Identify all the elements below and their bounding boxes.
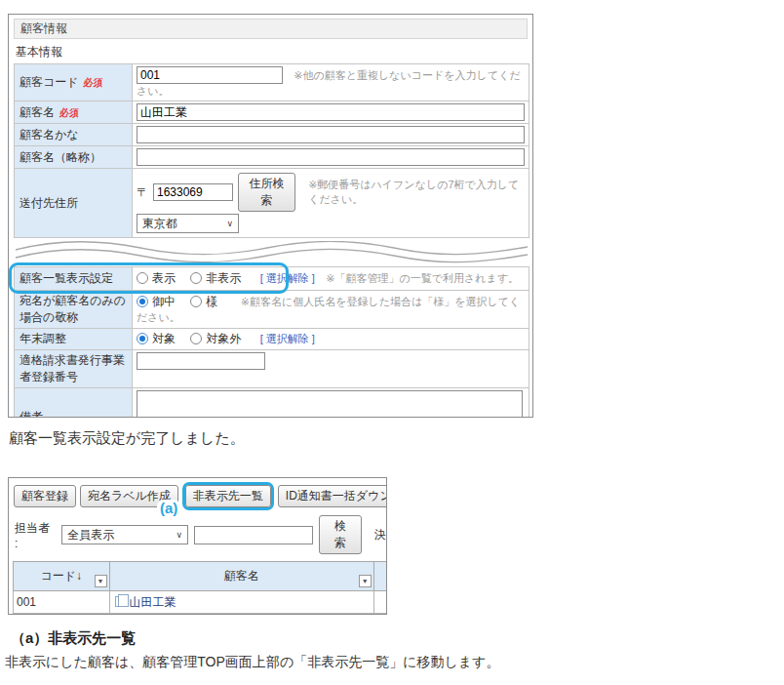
table-row: 顧客名（略称） [15,146,529,169]
radio-display-on[interactable] [137,272,148,284]
field-label-honorific: 宛名が顧客名のみの場合の敬称 [15,291,133,329]
clear-selection-link[interactable]: [ 選択解除 ] [260,272,315,284]
radio-not-target[interactable] [190,333,202,344]
completion-message: 顧客一覧表示設定が完了しました。 [9,429,245,448]
required-badge: 必須 [59,107,79,118]
id-notice-download-button[interactable]: ID通知書一括ダウンロード [278,485,387,507]
radio-label: 御中 [152,295,176,308]
table-row: 備考 [15,388,529,419]
filter-dropdown-button[interactable]: ▼ [359,575,372,587]
customer-info-screenshot: 顧客情報 基本情報 顧客コード必須 ※他の顧客と重複しないコードを入力してくださ… [8,14,533,418]
column-header-code: コード↓ ▼ [14,562,110,591]
customer-name-link[interactable]: 山田工業 [130,595,176,609]
field-label-display-setting: 顧客一覧表示設定 [15,267,133,291]
caption-heading: （a）非表示先一覧 [11,629,136,648]
postal-code-input[interactable] [153,183,233,201]
chevron-down-icon: ∨ [226,219,233,228]
column-header-name: 顧客名 ▼ [109,562,373,591]
radio-label: 対象外 [206,332,241,345]
cell-board [373,591,387,614]
caption-body: 非表示にした顧客は、顧客管理TOP画面上部の「非表示先一覧」に移動します。 [5,654,499,671]
radio-label: 表示 [152,271,176,285]
cell-name: 山田工業 [109,591,373,614]
filter-dropdown-icon: ▼ [98,578,104,584]
copy-icon [115,596,124,607]
table-row: 適格請求書発行事業者登録番号 [15,350,529,388]
address-search-button[interactable]: 住所検索 [238,173,295,212]
hidden-list-button[interactable]: 非表示先一覧 [185,485,271,507]
highlight-box-hidden-list: 非表示先一覧 [182,482,274,510]
chevron-down-icon: ∨ [176,530,183,540]
cut-wave-decoration [14,241,529,264]
customer-code-input[interactable] [137,66,283,84]
sort-desc-icon: ↓ [76,569,82,583]
column-header-board: 集約 ﾎﾞｰﾄﾞ [373,562,387,591]
table-row: 顧客一覧表示設定 表示 非表示 [ 選択解除 ] ※「顧客管理」の一覧で利用され… [15,267,529,291]
radio-label: 対象 [152,332,176,345]
filter-dropdown-button[interactable]: ▼ [95,575,107,587]
radio-display-off[interactable] [190,272,202,284]
table-row: 顧客コード必須 ※他の顧客と重複しないコードを入力してください。 [15,64,529,101]
radio-onchu[interactable] [137,296,148,307]
field-label-customer-abbr: 顧客名（略称） [15,146,133,169]
invoice-number-input[interactable] [137,352,265,370]
prefecture-select[interactable]: 東京都 ∨ [137,214,239,233]
annotation-a: (a) [157,500,180,516]
table-row: 顧客名必須 [15,101,529,124]
field-label-invoice-number: 適格請求書発行事業者登録番号 [15,350,133,388]
table-row: 宛名が顧客名のみの場合の敬称 御中 様 ※顧客名に個人氏名を登録した場合は「様」… [15,291,529,329]
table-row: 年末調整 対象 対象外 [ 選択解除 ] [15,329,529,350]
field-label-year-end: 年末調整 [15,329,133,350]
staff-filter-label: 担当者 : [15,520,56,550]
field-label-customer-name: 顧客名必須 [15,101,133,124]
table-header-row: コード↓ ▼ 顧客名 ▼ 集約 ﾎﾞｰﾄﾞ [14,562,388,591]
field-label-remarks: 備考 [15,388,133,419]
customer-search-input[interactable] [194,526,313,544]
customer-kana-input[interactable] [137,126,525,143]
clear-selection-link[interactable]: [ 選択解除 ] [260,333,315,344]
basic-info-table: 顧客コード必須 ※他の顧客と重複しないコードを入力してください。 顧客名必須 顧… [14,63,529,238]
field-note-postal: ※郵便番号はハイフンなしの7桁で入力してください。 [308,178,525,207]
radio-sama[interactable] [190,296,202,307]
field-label-customer-kana: 顧客名かな [15,124,133,146]
radio-label: 非表示 [206,271,241,285]
cell-code: 001 [14,591,110,614]
field-label-address: 送付先住所 [15,169,133,238]
customer-table: コード↓ ▼ 顧客名 ▼ 集約 ﾎﾞｰﾄﾞ 001 山田工業 [13,561,387,614]
field-note-display: ※「顧客管理」の一覧で利用されます。 [326,272,519,284]
customer-name-input[interactable] [137,103,525,121]
remarks-textarea[interactable] [137,390,523,418]
required-badge: 必須 [84,77,103,88]
clipped-text: 決 [374,527,386,544]
settings-table: 顧客一覧表示設定 表示 非表示 [ 選択解除 ] ※「顧客管理」の一覧で利用され… [14,266,529,418]
field-label-customer-code: 顧客コード必須 [15,64,133,101]
postal-mark: 〒 [137,184,148,201]
table-row: 001 山田工業 [14,591,388,614]
staff-filter-select[interactable]: 全員表示 ∨ [61,525,188,544]
table-row: 送付先住所 〒 住所検索 ※郵便番号はハイフンなしの7桁で入力してください。 東… [15,169,529,238]
filter-dropdown-icon: ▼ [362,578,369,584]
customer-register-button[interactable]: 顧客登録 [14,485,76,507]
customer-abbr-input[interactable] [137,148,525,166]
list-toolbar: 顧客登録 宛名ラベル作成 非表示先一覧 ID通知書一括ダウンロード [9,478,386,510]
form-title: 顧客情報 [14,19,528,39]
customer-list-screenshot: 顧客登録 宛名ラベル作成 非表示先一覧 ID通知書一括ダウンロード (a) 担当… [8,477,387,615]
table-row: 顧客名かな [15,124,529,146]
list-filter-row: 担当者 : 全員表示 ∨ 検索 決 [9,510,386,554]
search-button[interactable]: 検索 [319,515,362,554]
radio-target[interactable] [137,333,148,344]
radio-label: 様 [206,295,217,308]
section-title: 基本情報 [16,44,532,60]
